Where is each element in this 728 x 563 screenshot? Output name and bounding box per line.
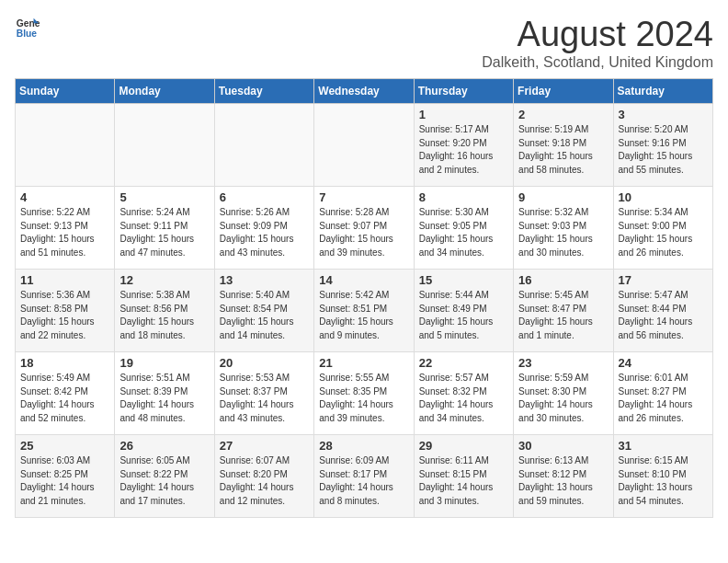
day-info: Sunrise: 5:17 AM Sunset: 9:20 PM Dayligh… xyxy=(419,123,508,177)
header: General Blue August 2024 Dalkeith, Scotl… xyxy=(15,15,713,71)
day-info: Sunrise: 5:57 AM Sunset: 8:32 PM Dayligh… xyxy=(419,372,508,425)
day-number: 3 xyxy=(619,108,708,121)
day-number: 1 xyxy=(419,108,508,121)
day-number: 24 xyxy=(619,356,708,370)
day-info: Sunrise: 5:32 AM Sunset: 9:03 PM Dayligh… xyxy=(518,206,608,259)
week-row-4: 18Sunrise: 5:49 AM Sunset: 8:42 PM Dayli… xyxy=(16,352,713,435)
day-info: Sunrise: 5:49 AM Sunset: 8:42 PM Dayligh… xyxy=(20,372,109,425)
day-info: Sunrise: 5:36 AM Sunset: 8:58 PM Dayligh… xyxy=(20,289,109,342)
day-number: 23 xyxy=(518,356,608,370)
calendar-cell: 9Sunrise: 5:32 AM Sunset: 9:03 PM Daylig… xyxy=(514,187,613,270)
calendar-cell: 30Sunrise: 6:13 AM Sunset: 8:12 PM Dayli… xyxy=(514,435,613,518)
day-info: Sunrise: 5:22 AM Sunset: 9:13 PM Dayligh… xyxy=(20,206,109,259)
day-info: Sunrise: 5:55 AM Sunset: 8:35 PM Dayligh… xyxy=(319,372,408,425)
week-row-2: 4Sunrise: 5:22 AM Sunset: 9:13 PM Daylig… xyxy=(16,187,713,270)
day-number: 29 xyxy=(419,439,508,453)
day-number: 30 xyxy=(518,439,608,453)
day-info: Sunrise: 5:26 AM Sunset: 9:09 PM Dayligh… xyxy=(220,206,309,259)
month-title: August 2024 xyxy=(482,15,713,54)
day-number: 22 xyxy=(419,356,508,370)
day-info: Sunrise: 6:01 AM Sunset: 8:27 PM Dayligh… xyxy=(619,372,708,425)
calendar-cell xyxy=(214,104,313,187)
day-number: 19 xyxy=(119,356,209,370)
calendar-cell: 28Sunrise: 6:09 AM Sunset: 8:17 PM Dayli… xyxy=(314,435,414,518)
weekday-header-row: SundayMondayTuesdayWednesdayThursdayFrid… xyxy=(16,79,713,104)
calendar-cell: 24Sunrise: 6:01 AM Sunset: 8:27 PM Dayli… xyxy=(613,352,712,435)
week-row-3: 11Sunrise: 5:36 AM Sunset: 8:58 PM Dayli… xyxy=(16,270,713,352)
title-area: August 2024 Dalkeith, Scotland, United K… xyxy=(482,15,713,71)
day-info: Sunrise: 6:13 AM Sunset: 8:12 PM Dayligh… xyxy=(518,454,608,508)
day-number: 11 xyxy=(20,273,109,287)
calendar-cell: 21Sunrise: 5:55 AM Sunset: 8:35 PM Dayli… xyxy=(314,352,414,435)
logo: General Blue xyxy=(15,15,40,40)
day-number: 26 xyxy=(119,439,209,453)
weekday-header-monday: Monday xyxy=(115,79,214,104)
day-number: 17 xyxy=(619,273,708,287)
calendar-cell xyxy=(314,104,414,187)
calendar-cell: 22Sunrise: 5:57 AM Sunset: 8:32 PM Dayli… xyxy=(414,352,513,435)
day-info: Sunrise: 5:53 AM Sunset: 8:37 PM Dayligh… xyxy=(220,372,309,425)
day-number: 7 xyxy=(319,190,408,204)
day-info: Sunrise: 5:28 AM Sunset: 9:07 PM Dayligh… xyxy=(319,206,408,259)
day-info: Sunrise: 5:59 AM Sunset: 8:30 PM Dayligh… xyxy=(518,372,608,425)
day-info: Sunrise: 5:45 AM Sunset: 8:47 PM Dayligh… xyxy=(518,289,608,342)
day-number: 21 xyxy=(319,356,408,370)
weekday-header-wednesday: Wednesday xyxy=(314,79,414,104)
calendar-cell xyxy=(115,104,214,187)
calendar-cell: 29Sunrise: 6:11 AM Sunset: 8:15 PM Dayli… xyxy=(414,435,513,518)
day-info: Sunrise: 5:42 AM Sunset: 8:51 PM Dayligh… xyxy=(319,289,408,342)
day-number: 25 xyxy=(20,439,109,453)
day-number: 18 xyxy=(20,356,109,370)
day-info: Sunrise: 6:11 AM Sunset: 8:15 PM Dayligh… xyxy=(419,454,508,508)
day-info: Sunrise: 5:44 AM Sunset: 8:49 PM Dayligh… xyxy=(419,289,508,342)
svg-text:Blue: Blue xyxy=(17,29,38,39)
day-info: Sunrise: 5:40 AM Sunset: 8:54 PM Dayligh… xyxy=(220,289,309,342)
day-info: Sunrise: 6:09 AM Sunset: 8:17 PM Dayligh… xyxy=(319,454,408,508)
day-info: Sunrise: 5:38 AM Sunset: 8:56 PM Dayligh… xyxy=(119,289,209,342)
calendar-cell: 16Sunrise: 5:45 AM Sunset: 8:47 PM Dayli… xyxy=(514,270,613,352)
day-number: 31 xyxy=(619,439,708,453)
day-info: Sunrise: 5:47 AM Sunset: 8:44 PM Dayligh… xyxy=(619,289,708,342)
calendar-cell: 12Sunrise: 5:38 AM Sunset: 8:56 PM Dayli… xyxy=(115,270,214,352)
weekday-header-friday: Friday xyxy=(514,79,613,104)
day-number: 20 xyxy=(220,356,309,370)
day-info: Sunrise: 6:07 AM Sunset: 8:20 PM Dayligh… xyxy=(220,454,309,508)
weekday-header-sunday: Sunday xyxy=(16,79,115,104)
day-info: Sunrise: 6:15 AM Sunset: 8:10 PM Dayligh… xyxy=(619,454,708,508)
day-number: 13 xyxy=(220,273,309,287)
location-title: Dalkeith, Scotland, United Kingdom xyxy=(482,54,713,71)
day-info: Sunrise: 5:30 AM Sunset: 9:05 PM Dayligh… xyxy=(419,206,508,259)
day-info: Sunrise: 5:24 AM Sunset: 9:11 PM Dayligh… xyxy=(119,206,209,259)
day-number: 2 xyxy=(518,108,608,121)
calendar-table: SundayMondayTuesdayWednesdayThursdayFrid… xyxy=(15,78,713,518)
calendar-cell: 1Sunrise: 5:17 AM Sunset: 9:20 PM Daylig… xyxy=(414,104,513,187)
calendar-cell: 4Sunrise: 5:22 AM Sunset: 9:13 PM Daylig… xyxy=(16,187,115,270)
calendar-cell: 10Sunrise: 5:34 AM Sunset: 9:00 PM Dayli… xyxy=(613,187,712,270)
calendar-cell: 19Sunrise: 5:51 AM Sunset: 8:39 PM Dayli… xyxy=(115,352,214,435)
calendar-cell: 6Sunrise: 5:26 AM Sunset: 9:09 PM Daylig… xyxy=(214,187,313,270)
calendar-cell: 8Sunrise: 5:30 AM Sunset: 9:05 PM Daylig… xyxy=(414,187,513,270)
day-number: 10 xyxy=(619,190,708,204)
day-number: 12 xyxy=(119,273,209,287)
day-number: 6 xyxy=(220,190,309,204)
calendar-cell: 7Sunrise: 5:28 AM Sunset: 9:07 PM Daylig… xyxy=(314,187,414,270)
calendar-cell: 23Sunrise: 5:59 AM Sunset: 8:30 PM Dayli… xyxy=(514,352,613,435)
logo-icon: General Blue xyxy=(15,15,40,40)
weekday-header-saturday: Saturday xyxy=(613,79,712,104)
calendar-cell: 31Sunrise: 6:15 AM Sunset: 8:10 PM Dayli… xyxy=(613,435,712,518)
day-number: 14 xyxy=(319,273,408,287)
calendar-cell: 15Sunrise: 5:44 AM Sunset: 8:49 PM Dayli… xyxy=(414,270,513,352)
day-info: Sunrise: 6:03 AM Sunset: 8:25 PM Dayligh… xyxy=(20,454,109,508)
week-row-5: 25Sunrise: 6:03 AM Sunset: 8:25 PM Dayli… xyxy=(16,435,713,518)
calendar-cell: 26Sunrise: 6:05 AM Sunset: 8:22 PM Dayli… xyxy=(115,435,214,518)
calendar-cell: 3Sunrise: 5:20 AM Sunset: 9:16 PM Daylig… xyxy=(613,104,712,187)
day-info: Sunrise: 5:51 AM Sunset: 8:39 PM Dayligh… xyxy=(119,372,209,425)
day-info: Sunrise: 5:19 AM Sunset: 9:18 PM Dayligh… xyxy=(518,123,608,177)
day-number: 27 xyxy=(220,439,309,453)
calendar-cell: 25Sunrise: 6:03 AM Sunset: 8:25 PM Dayli… xyxy=(16,435,115,518)
weekday-header-tuesday: Tuesday xyxy=(214,79,313,104)
day-number: 16 xyxy=(518,273,608,287)
day-number: 9 xyxy=(518,190,608,204)
calendar-cell: 5Sunrise: 5:24 AM Sunset: 9:11 PM Daylig… xyxy=(115,187,214,270)
calendar-cell: 27Sunrise: 6:07 AM Sunset: 8:20 PM Dayli… xyxy=(214,435,313,518)
